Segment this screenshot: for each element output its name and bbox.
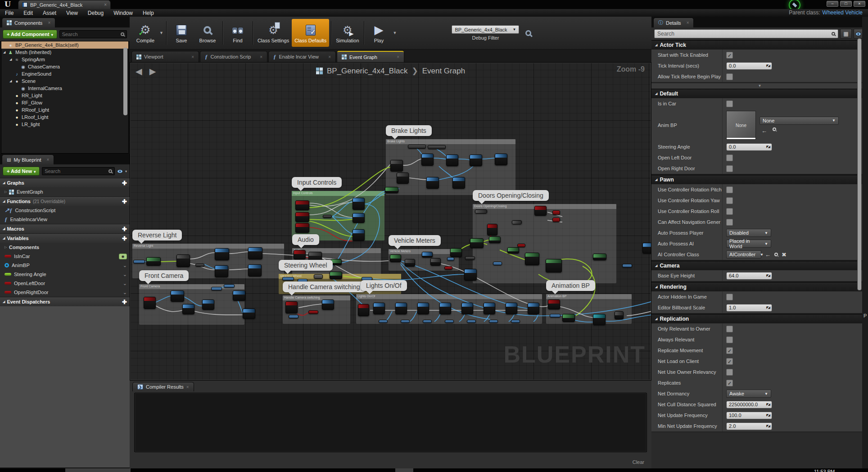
chevron-down-icon[interactable]: ▼	[393, 31, 397, 35]
checkbox[interactable]	[726, 154, 733, 161]
graph-pin-node[interactable]	[447, 257, 454, 261]
menu-help[interactable]: Help	[138, 10, 159, 16]
dropdown[interactable]: Awake▼	[726, 390, 771, 398]
dropdown[interactable]: AIController▼	[726, 250, 761, 259]
back-arrow-icon[interactable]: ◀	[136, 66, 142, 77]
section-header-functions[interactable]: ◢Functions(21 Overridable)✚	[0, 196, 130, 206]
graph-pin-node[interactable]	[308, 310, 318, 314]
graph-node-blue[interactable]	[248, 264, 262, 277]
tab-construction-scrip[interactable]: ƒConstruction Scrip×	[200, 51, 267, 62]
chevron-down-icon[interactable]: ▾	[125, 169, 127, 173]
add-icon[interactable]: ✚	[122, 299, 127, 305]
add-icon[interactable]: ✚	[122, 235, 127, 242]
asset-thumbnail[interactable]: None	[726, 111, 756, 140]
numeric-field[interactable]: 0.0◤◢	[726, 62, 772, 70]
list-item-openleftdoor[interactable]: OpenLeftDoor⌄	[0, 279, 130, 288]
close-icon[interactable]: ×	[48, 20, 50, 25]
tree-item-enginesound[interactable]: ♪EngineSound	[1, 70, 128, 77]
graph-node-blue[interactable]	[215, 265, 228, 277]
add-icon[interactable]: ✚	[122, 180, 127, 186]
menu-file[interactable]: File	[0, 10, 18, 16]
comment-label-bubble[interactable]: Audio	[292, 234, 319, 245]
graph-node-blue[interactable]	[439, 303, 451, 314]
expander-icon[interactable]: ◢	[3, 227, 5, 231]
display-filter-button[interactable]: ▦	[840, 29, 852, 39]
class-defaults-button[interactable]: Class Defaults	[292, 19, 329, 47]
tab-event-graph[interactable]: Event Graph×	[337, 51, 404, 62]
collapsed-edge-tab[interactable]: P	[863, 313, 867, 318]
expander-icon[interactable]: ◢	[655, 43, 657, 47]
list-item-isincar[interactable]: IsInCar◉	[0, 252, 130, 261]
graph-node-dk[interactable]	[615, 311, 624, 319]
checkbox[interactable]	[726, 73, 733, 80]
play-button[interactable]: ▶Play	[366, 19, 392, 47]
graph-node-green[interactable]	[593, 254, 606, 260]
graph-node-dk[interactable]	[512, 220, 522, 224]
graph-node-green[interactable]	[562, 314, 575, 322]
graph-node-red[interactable]	[144, 297, 156, 309]
graph-node-green[interactable]	[146, 257, 161, 266]
graph-node-green[interactable]	[546, 259, 562, 272]
expander-icon[interactable]: ◢	[9, 79, 14, 83]
comment-label-bubble[interactable]: Doors Opening/Closing	[473, 190, 549, 201]
graph-pin-node[interactable]	[467, 320, 476, 323]
components-search-input[interactable]: Search	[59, 30, 127, 38]
numeric-field[interactable]: 1.0◤◢	[726, 304, 772, 312]
tab-details[interactable]: ⓘ Details ×	[653, 18, 694, 27]
menu-asset[interactable]: Asset	[38, 10, 61, 16]
tree-item-rf-glow[interactable]: ●RF_Glow	[1, 99, 128, 106]
expander-icon[interactable]: ◢	[655, 317, 657, 321]
eye-closed-icon[interactable]: ⌄	[123, 290, 127, 295]
event-graph-canvas[interactable]: ◀ ▶ BP_Generic_4x4_Black ❯ Event Graph Z…	[130, 62, 651, 381]
close-icon[interactable]: ×	[328, 54, 331, 59]
checkbox[interactable]	[726, 219, 733, 226]
graph-node-red[interactable]	[487, 224, 497, 236]
section-header-macros[interactable]: ◢Macros✚	[0, 224, 130, 233]
close-button[interactable]: ×	[854, 1, 865, 7]
graph-pin-node[interactable]	[552, 210, 560, 215]
graph-pin-node[interactable]	[133, 260, 145, 263]
expander-icon[interactable]: ▷	[5, 245, 9, 249]
graph-pin-node[interactable]	[511, 320, 520, 323]
close-icon[interactable]: ×	[191, 54, 194, 59]
details-section-default[interactable]: ◢Default	[651, 89, 868, 98]
section-expander[interactable]: ▼	[651, 83, 868, 89]
graph-node-green[interactable]	[450, 248, 462, 257]
comment-brake-lights[interactable]: Brake Lights	[386, 139, 515, 195]
graph-pin-node[interactable]	[423, 320, 432, 323]
checkbox[interactable]	[726, 100, 733, 107]
close-icon[interactable]: ×	[260, 54, 262, 59]
graph-node-red[interactable]	[295, 200, 309, 210]
asset-title-tab[interactable]: BP_Generic_4x4_Black ×	[18, 0, 111, 9]
tree-item-chasecamera[interactable]: ◉ChaseCamera	[1, 63, 128, 70]
graph-node-dk[interactable]	[176, 254, 190, 267]
tab-components[interactable]: Components ×	[2, 18, 55, 27]
expander-icon[interactable]: ◢	[3, 181, 5, 185]
graph-pin-node[interactable]	[224, 284, 235, 288]
graph-node-blue[interactable]	[446, 154, 458, 166]
expander-icon[interactable]: ◢	[655, 178, 657, 182]
graph-node-dk[interactable]	[390, 160, 403, 172]
graph-pin-node[interactable]	[323, 215, 332, 218]
graph-pin-node[interactable]	[493, 262, 502, 265]
section-header-event-dispatchers[interactable]: ◢Event Dispatchers✚	[0, 297, 130, 306]
tree-item-bp-generic-4x4-black-self-[interactable]: ●BP_Generic_4x4_Black(self)	[1, 41, 128, 49]
comment-doors-opening-closing[interactable]: Doors Opening/Closing	[473, 204, 616, 283]
graph-node-blue[interactable]	[495, 154, 507, 165]
graph-node-dk[interactable]	[397, 172, 409, 184]
graph-pin-node[interactable]	[408, 145, 426, 149]
dropdown[interactable]: Placed in World▼	[726, 240, 771, 248]
list-item-openrightdoor[interactable]: OpenRightDoor⌄	[0, 288, 130, 297]
graph-pin-node[interactable]	[211, 287, 222, 290]
checkbox[interactable]: ✓	[726, 380, 733, 386]
graph-node-teal[interactable]	[593, 314, 606, 325]
graph-pin-node[interactable]	[195, 263, 204, 267]
use-selected-icon[interactable]: ←	[765, 251, 771, 258]
comment-label-bubble[interactable]: Lights On/Of	[361, 280, 407, 291]
comment-label-bubble[interactable]: Input Controls	[292, 177, 342, 188]
details-section-replication[interactable]: ◢Replication	[651, 314, 868, 323]
graph-node-blue[interactable]	[215, 248, 229, 260]
graph-node-blue[interactable]	[421, 154, 434, 166]
graph-node-blue[interactable]	[422, 252, 433, 258]
comment-label-bubble[interactable]: Vehicle Meters	[389, 235, 441, 246]
